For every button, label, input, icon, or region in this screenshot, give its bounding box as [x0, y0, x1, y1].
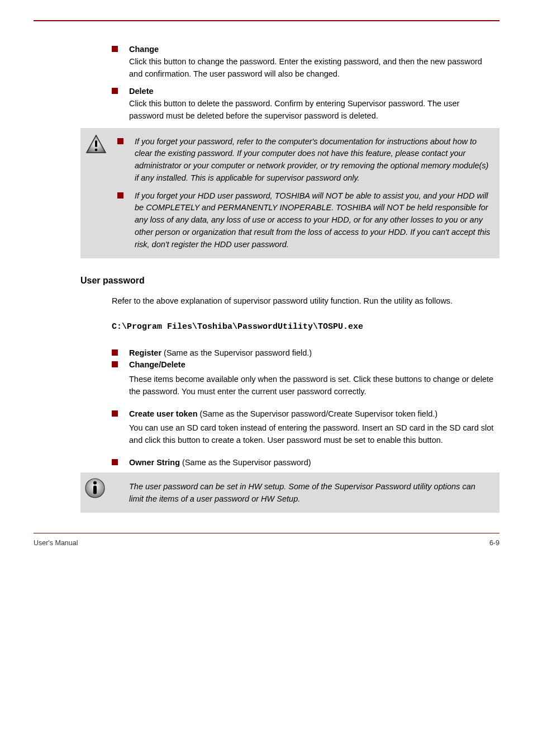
- footer-left: User's Manual: [34, 538, 78, 549]
- bullet-icon: [112, 46, 118, 52]
- list-item: Delete Click this button to delete the p…: [112, 86, 494, 122]
- list-text: Change Click this button to change the p…: [129, 44, 494, 80]
- warning-triangle-icon: [85, 134, 107, 156]
- caution-text: If you forget your password, refer to th…: [135, 136, 491, 185]
- change-delete-desc: These items become available only when t…: [129, 374, 494, 398]
- list-item: Create user token (Same as the Superviso…: [112, 408, 494, 420]
- svg-rect-4: [93, 485, 97, 494]
- list-text: Delete Click this button to delete the p…: [129, 86, 494, 122]
- exe-path: C:\Program Files\Toshiba\PasswordUtility…: [112, 321, 494, 334]
- list-text: Register (Same as the Supervisor passwor…: [129, 347, 312, 360]
- svg-point-1: [95, 148, 98, 151]
- section-heading: User password: [80, 274, 494, 287]
- page-footer: User's Manual 6-9: [34, 533, 499, 549]
- svg-point-3: [93, 481, 97, 484]
- info-callout: The user password can be set in HW setup…: [80, 472, 499, 513]
- footer-right: 6-9: [489, 538, 499, 549]
- bullet-icon: [117, 192, 123, 199]
- bullet-icon: [112, 349, 118, 356]
- list-text: Owner String (Same as the Supervisor pas…: [129, 457, 311, 469]
- bullet-icon: [117, 138, 123, 144]
- create-token-desc: You can use an SD card token instead of …: [129, 422, 494, 447]
- item-label: Change: [129, 45, 159, 54]
- list-item: Register (Same as the Supervisor passwor…: [112, 347, 494, 360]
- list-item: If you forget your HDD user password, TO…: [117, 190, 491, 251]
- bullet-icon: [112, 88, 118, 94]
- bullet-icon: [112, 361, 118, 367]
- svg-rect-0: [95, 140, 97, 147]
- section-intro: Refer to the above explanation of superv…: [112, 295, 494, 308]
- item-label: Delete: [129, 87, 154, 96]
- caution-callout: If you forget your password, refer to th…: [80, 128, 499, 259]
- list-item: Owner String (Same as the Supervisor pas…: [112, 457, 494, 469]
- page-content: Change Click this button to change the p…: [112, 21, 494, 513]
- list-item: If you forget your password, refer to th…: [117, 136, 491, 185]
- info-text: The user password can be set in HW setup…: [112, 480, 494, 505]
- item-desc: Click this button to delete the password…: [129, 99, 459, 120]
- list-item: Change Click this button to change the p…: [112, 44, 494, 80]
- bullet-icon: [112, 459, 118, 465]
- list-text: Change/Delete: [129, 359, 185, 371]
- info-icon: [84, 477, 106, 499]
- item-desc: Click this button to change the password…: [129, 57, 482, 78]
- bullet-icon: [112, 410, 118, 417]
- list-item: Change/Delete: [112, 359, 494, 371]
- list-text: Create user token (Same as the Superviso…: [129, 408, 437, 420]
- caution-text: If you forget your HDD user password, TO…: [135, 190, 491, 251]
